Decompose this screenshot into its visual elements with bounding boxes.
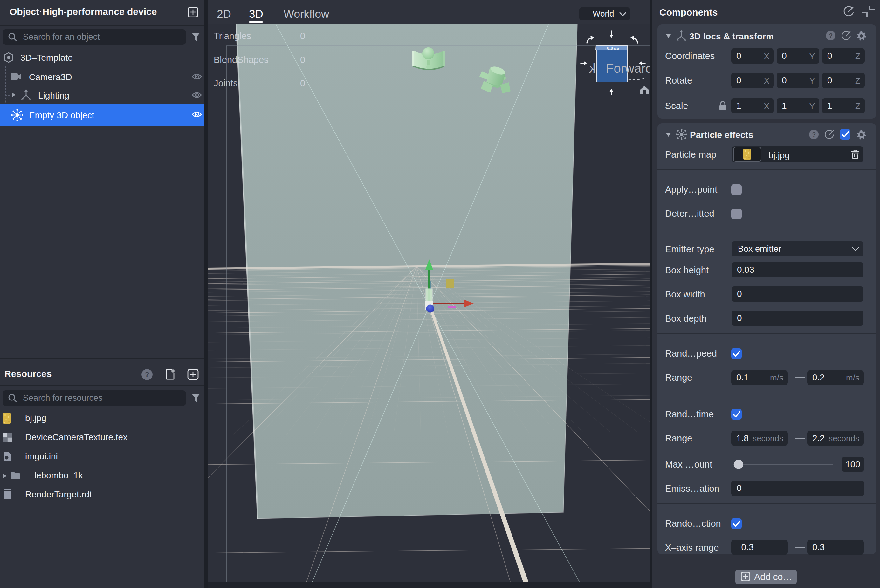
svg-text:?: ? — [812, 131, 816, 138]
svg-text:Triangles: Triangles — [214, 31, 251, 41]
svg-text:Joints: Joints — [214, 78, 238, 88]
svg-text:0: 0 — [300, 55, 305, 65]
svg-text:0: 0 — [300, 78, 305, 88]
svg-text:?: ? — [145, 370, 149, 379]
svg-text:?: ? — [829, 32, 833, 39]
svg-text:k: k — [589, 62, 595, 75]
svg-text:0: 0 — [300, 31, 305, 41]
svg-text:BlendShapes: BlendShapes — [214, 55, 269, 65]
